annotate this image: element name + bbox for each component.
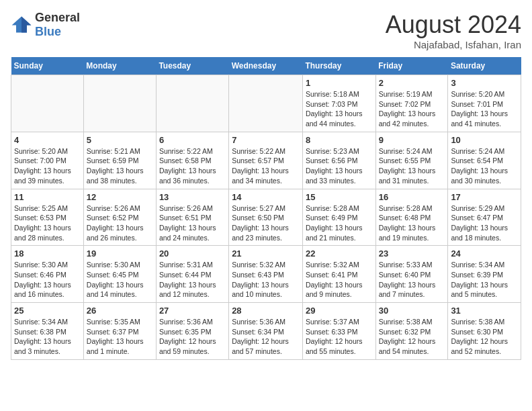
day-info: Sunrise: 5:26 AM Sunset: 6:51 PM Dayligh… <box>159 203 226 243</box>
day-cell: 14Sunrise: 5:27 AM Sunset: 6:50 PM Dayli… <box>229 189 303 246</box>
day-info: Sunrise: 5:34 AM Sunset: 6:38 PM Dayligh… <box>14 317 81 357</box>
day-cell: 3Sunrise: 5:20 AM Sunset: 7:01 PM Daylig… <box>448 75 521 132</box>
day-number: 21 <box>232 248 300 259</box>
day-info: Sunrise: 5:35 AM Sunset: 6:37 PM Dayligh… <box>87 317 153 357</box>
calendar-table: SundayMondayTuesdayWednesdayThursdayFrid… <box>11 57 521 360</box>
day-info: Sunrise: 5:24 AM Sunset: 6:55 PM Dayligh… <box>379 146 445 186</box>
header-cell-saturday: Saturday <box>448 57 521 75</box>
day-cell: 10Sunrise: 5:24 AM Sunset: 6:54 PM Dayli… <box>448 132 521 189</box>
day-info: Sunrise: 5:28 AM Sunset: 6:48 PM Dayligh… <box>379 203 445 243</box>
day-number: 28 <box>232 306 300 316</box>
day-cell: 19Sunrise: 5:30 AM Sunset: 6:45 PM Dayli… <box>83 246 156 303</box>
day-cell: 18Sunrise: 5:30 AM Sunset: 6:46 PM Dayli… <box>11 246 84 303</box>
logo-general: General <box>35 11 80 24</box>
day-number: 30 <box>379 306 445 316</box>
day-cell: 2Sunrise: 5:19 AM Sunset: 7:02 PM Daylig… <box>375 75 448 132</box>
day-info: Sunrise: 5:30 AM Sunset: 6:45 PM Dayligh… <box>87 260 153 300</box>
header-cell-sunday: Sunday <box>11 57 84 75</box>
day-number: 14 <box>232 192 300 202</box>
day-number: 18 <box>14 248 81 259</box>
day-number: 13 <box>159 192 226 202</box>
day-cell: 24Sunrise: 5:34 AM Sunset: 6:39 PM Dayli… <box>448 246 521 303</box>
header-row: SundayMondayTuesdayWednesdayThursdayFrid… <box>11 57 521 75</box>
day-cell: 26Sunrise: 5:35 AM Sunset: 6:37 PM Dayli… <box>83 303 156 360</box>
day-cell <box>11 75 84 132</box>
day-number: 12 <box>87 192 153 202</box>
day-cell: 31Sunrise: 5:38 AM Sunset: 6:30 PM Dayli… <box>448 303 521 360</box>
day-info: Sunrise: 5:25 AM Sunset: 6:53 PM Dayligh… <box>14 203 81 243</box>
day-number: 3 <box>451 78 518 88</box>
day-cell: 27Sunrise: 5:36 AM Sunset: 6:35 PM Dayli… <box>156 303 228 360</box>
day-info: Sunrise: 5:24 AM Sunset: 6:54 PM Dayligh… <box>451 146 518 186</box>
day-number: 11 <box>14 192 81 202</box>
header-cell-monday: Monday <box>83 57 156 75</box>
day-info: Sunrise: 5:22 AM Sunset: 6:57 PM Dayligh… <box>232 146 300 186</box>
day-info: Sunrise: 5:36 AM Sunset: 6:34 PM Dayligh… <box>232 317 300 357</box>
day-info: Sunrise: 5:32 AM Sunset: 6:43 PM Dayligh… <box>232 260 300 300</box>
week-row-3: 11Sunrise: 5:25 AM Sunset: 6:53 PM Dayli… <box>11 189 521 246</box>
day-number: 19 <box>87 248 153 259</box>
day-cell: 23Sunrise: 5:33 AM Sunset: 6:40 PM Dayli… <box>375 246 448 303</box>
day-number: 15 <box>306 192 373 202</box>
day-cell: 17Sunrise: 5:29 AM Sunset: 6:47 PM Dayli… <box>448 189 521 246</box>
day-info: Sunrise: 5:30 AM Sunset: 6:46 PM Dayligh… <box>14 260 81 300</box>
day-info: Sunrise: 5:21 AM Sunset: 6:59 PM Dayligh… <box>87 146 153 186</box>
day-cell: 21Sunrise: 5:32 AM Sunset: 6:43 PM Dayli… <box>229 246 303 303</box>
day-info: Sunrise: 5:37 AM Sunset: 6:33 PM Dayligh… <box>306 317 373 357</box>
page-header: General Blue August 2024 Najafabad, Isfa… <box>11 11 521 50</box>
day-info: Sunrise: 5:27 AM Sunset: 6:50 PM Dayligh… <box>232 203 300 243</box>
day-info: Sunrise: 5:38 AM Sunset: 6:32 PM Dayligh… <box>379 317 445 357</box>
logo-blue: Blue <box>35 25 61 38</box>
week-row-5: 25Sunrise: 5:34 AM Sunset: 6:38 PM Dayli… <box>11 303 521 360</box>
day-cell <box>156 75 228 132</box>
day-info: Sunrise: 5:36 AM Sunset: 6:35 PM Dayligh… <box>159 317 226 357</box>
logo: General Blue <box>11 11 80 39</box>
day-cell: 29Sunrise: 5:37 AM Sunset: 6:33 PM Dayli… <box>302 303 375 360</box>
day-number: 10 <box>451 135 518 145</box>
day-info: Sunrise: 5:19 AM Sunset: 7:02 PM Dayligh… <box>379 89 445 129</box>
day-cell: 30Sunrise: 5:38 AM Sunset: 6:32 PM Dayli… <box>375 303 448 360</box>
day-cell: 11Sunrise: 5:25 AM Sunset: 6:53 PM Dayli… <box>11 189 84 246</box>
day-info: Sunrise: 5:38 AM Sunset: 6:30 PM Dayligh… <box>451 317 518 357</box>
day-cell: 28Sunrise: 5:36 AM Sunset: 6:34 PM Dayli… <box>229 303 303 360</box>
day-number: 27 <box>159 306 226 316</box>
day-cell <box>83 75 156 132</box>
calendar-body: 1Sunrise: 5:18 AM Sunset: 7:03 PM Daylig… <box>11 75 521 360</box>
week-row-1: 1Sunrise: 5:18 AM Sunset: 7:03 PM Daylig… <box>11 75 521 132</box>
day-info: Sunrise: 5:23 AM Sunset: 6:56 PM Dayligh… <box>306 146 373 186</box>
day-info: Sunrise: 5:28 AM Sunset: 6:49 PM Dayligh… <box>306 203 373 243</box>
day-number: 22 <box>306 248 373 259</box>
day-info: Sunrise: 5:18 AM Sunset: 7:03 PM Dayligh… <box>306 89 373 129</box>
day-info: Sunrise: 5:26 AM Sunset: 6:52 PM Dayligh… <box>87 203 153 243</box>
day-cell: 4Sunrise: 5:20 AM Sunset: 7:00 PM Daylig… <box>11 132 84 189</box>
day-cell: 20Sunrise: 5:31 AM Sunset: 6:44 PM Dayli… <box>156 246 228 303</box>
day-info: Sunrise: 5:32 AM Sunset: 6:41 PM Dayligh… <box>306 260 373 300</box>
header-cell-tuesday: Tuesday <box>156 57 228 75</box>
title-block: August 2024 Najafabad, Isfahan, Iran <box>386 11 521 50</box>
month-year-title: August 2024 <box>386 11 521 39</box>
day-number: 16 <box>379 192 445 202</box>
logo-text: General Blue <box>35 11 80 39</box>
day-number: 4 <box>14 135 81 145</box>
day-cell: 8Sunrise: 5:23 AM Sunset: 6:56 PM Daylig… <box>302 132 375 189</box>
day-info: Sunrise: 5:22 AM Sunset: 6:58 PM Dayligh… <box>159 146 226 186</box>
day-cell: 16Sunrise: 5:28 AM Sunset: 6:48 PM Dayli… <box>375 189 448 246</box>
day-number: 2 <box>379 78 445 88</box>
day-cell: 1Sunrise: 5:18 AM Sunset: 7:03 PM Daylig… <box>302 75 375 132</box>
header-cell-thursday: Thursday <box>302 57 375 75</box>
day-number: 5 <box>87 135 153 145</box>
day-info: Sunrise: 5:33 AM Sunset: 6:40 PM Dayligh… <box>379 260 445 300</box>
day-number: 20 <box>159 248 226 259</box>
logo-icon <box>11 15 32 34</box>
day-number: 7 <box>232 135 300 145</box>
header-cell-friday: Friday <box>375 57 448 75</box>
day-cell <box>229 75 303 132</box>
day-cell: 7Sunrise: 5:22 AM Sunset: 6:57 PM Daylig… <box>229 132 303 189</box>
day-cell: 22Sunrise: 5:32 AM Sunset: 6:41 PM Dayli… <box>302 246 375 303</box>
day-number: 8 <box>306 135 373 145</box>
day-info: Sunrise: 5:20 AM Sunset: 7:00 PM Dayligh… <box>14 146 81 186</box>
day-cell: 5Sunrise: 5:21 AM Sunset: 6:59 PM Daylig… <box>83 132 156 189</box>
day-info: Sunrise: 5:34 AM Sunset: 6:39 PM Dayligh… <box>451 260 518 300</box>
day-number: 24 <box>451 248 518 259</box>
day-info: Sunrise: 5:31 AM Sunset: 6:44 PM Dayligh… <box>159 260 226 300</box>
